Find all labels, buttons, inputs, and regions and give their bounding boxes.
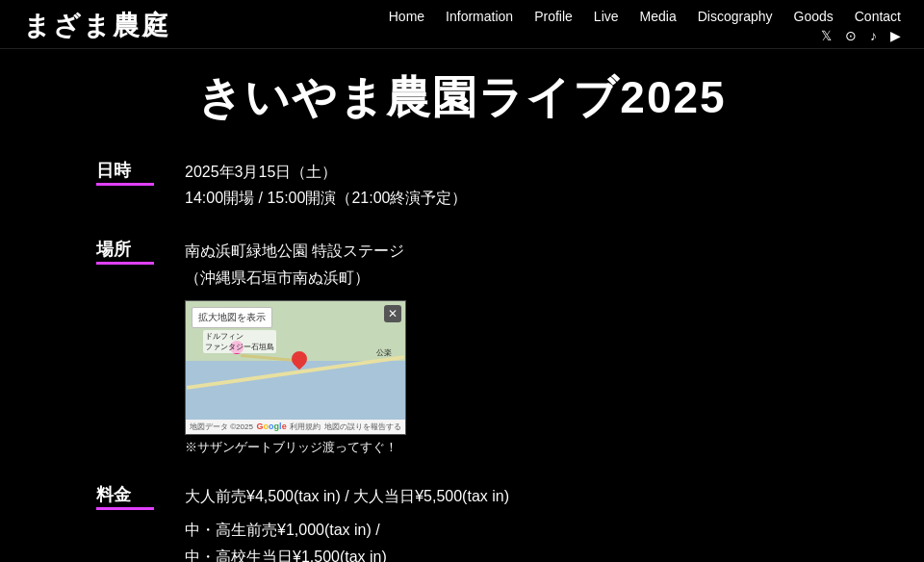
map-terms[interactable]: 利用規約 [290, 422, 321, 432]
map-data-text: 地図データ ©2025 [190, 422, 253, 432]
map-location-marker[interactable] [291, 351, 308, 372]
social-icons: 𝕏 ⊙ ♪ ▶ [821, 28, 901, 43]
datetime-line2: 14:00開場 / 15:00開演（21:00終演予定） [185, 185, 828, 211]
map-label-dolphin: ドルフィンファンタジー石垣島 [203, 330, 276, 353]
fee-adult: 大人前売¥4,500(tax in) / 大人当日¥5,500(tax in) [185, 483, 828, 511]
fee-label: 料金 [96, 483, 154, 510]
map-label-kouen: 公楽 [376, 347, 392, 358]
map-close-button[interactable]: ✕ [384, 305, 401, 322]
twitter-icon[interactable]: 𝕏 [821, 28, 832, 43]
map-container: ドルフィンファンタジー石垣島 公楽 拡大地図を表示 ✕ 地図データ ©2025 … [185, 300, 406, 435]
datetime-label: 日時 [96, 159, 154, 186]
nav-discography[interactable]: Discography [698, 9, 773, 24]
datetime-line1: 2025年3月15日（土） [185, 159, 828, 185]
fee-student: 中・高生前売¥1,000(tax in) / 中・高校生当日¥1,500(tax… [185, 517, 828, 562]
nav-information[interactable]: Information [446, 9, 513, 24]
youtube-icon[interactable]: ▶ [890, 28, 901, 43]
venue-line2: （沖縄県石垣市南ぬ浜町） [185, 265, 828, 291]
nav-contact[interactable]: Contact [855, 9, 901, 24]
map-expand-button[interactable]: 拡大地図を表示 [192, 307, 272, 328]
nav-profile[interactable]: Profile [534, 9, 573, 24]
map-note: ※サザンゲートブリッジ渡ってすぐ！ [185, 439, 828, 456]
site-logo: まざま農庭 [23, 8, 170, 44]
venue-content: 南ぬ浜町緑地公園 特設ステージ （沖縄県石垣市南ぬ浜町） [185, 238, 828, 290]
fee-row: 料金 大人前売¥4,500(tax in) / 大人当日¥5,500(tax i… [96, 483, 828, 562]
map-google-footer: 地図データ ©2025 Google 利用規約 地図の誤りを報告する [186, 420, 405, 434]
site-header: まざま農庭 Home Information Profile Live Medi… [0, 0, 924, 49]
fee-content: 大人前売¥4,500(tax in) / 大人当日¥5,500(tax in) … [185, 483, 828, 562]
map-report[interactable]: 地図の誤りを報告する [324, 422, 401, 432]
page-title: きいやま農園ライブ2025 [96, 68, 828, 128]
nav-live[interactable]: Live [594, 9, 619, 24]
google-logo: Google [257, 422, 287, 431]
venue-section: 場所 南ぬ浜町緑地公園 特設ステージ （沖縄県石垣市南ぬ浜町） ドルフィンファン… [96, 238, 828, 455]
datetime-content: 2025年3月15日（土） 14:00開場 / 15:00開演（21:00終演予… [185, 159, 828, 211]
map-inner: ドルフィンファンタジー石垣島 公楽 拡大地図を表示 ✕ 地図データ ©2025 … [186, 301, 405, 434]
music-icon[interactable]: ♪ [870, 28, 877, 43]
datetime-section: 日時 2025年3月15日（土） 14:00開場 / 15:00開演（21:00… [96, 159, 828, 211]
main-nav: Home Information Profile Live Media Disc… [389, 9, 901, 24]
main-content: きいやま農園ライブ2025 日時 2025年3月15日（土） 14:00開場 /… [0, 49, 924, 562]
nav-media[interactable]: Media [640, 9, 677, 24]
nav-right: Home Information Profile Live Media Disc… [389, 9, 901, 43]
venue-label: 場所 [96, 238, 154, 265]
instagram-icon[interactable]: ⊙ [845, 28, 857, 43]
venue-row: 場所 南ぬ浜町緑地公園 特設ステージ （沖縄県石垣市南ぬ浜町） [96, 238, 828, 290]
nav-goods[interactable]: Goods [794, 9, 834, 24]
nav-home[interactable]: Home [389, 9, 424, 24]
datetime-row: 日時 2025年3月15日（土） 14:00開場 / 15:00開演（21:00… [96, 159, 828, 211]
venue-line1: 南ぬ浜町緑地公園 特設ステージ [185, 238, 828, 264]
fee-section: 料金 大人前売¥4,500(tax in) / 大人当日¥5,500(tax i… [96, 483, 828, 562]
